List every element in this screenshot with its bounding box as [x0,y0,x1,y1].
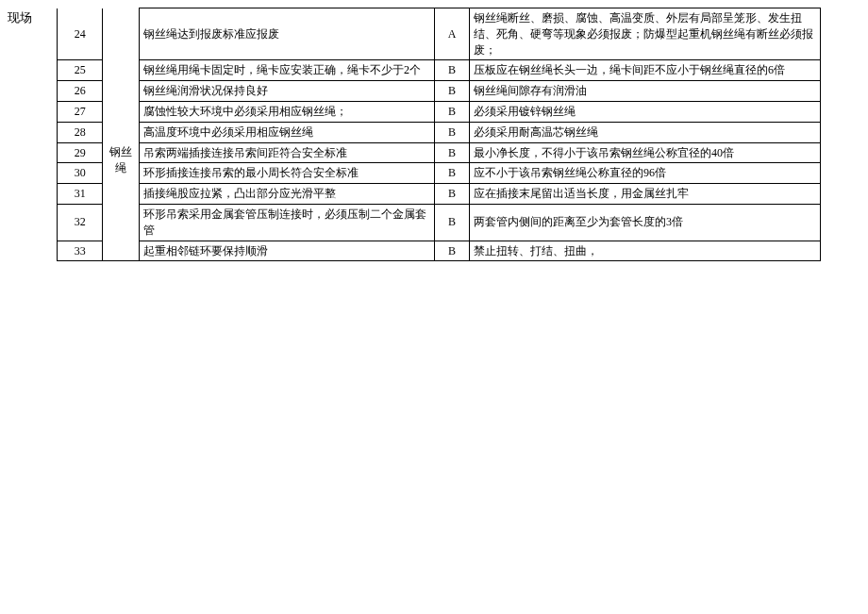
row-desc: 钢丝绳达到报废标准应报废 [140,8,435,60]
row-desc: 腐蚀性较大环境中必须采用相应钢丝绳； [140,101,435,122]
row-number: 28 [58,122,103,142]
row-grade: B [435,163,470,184]
row-note: 禁止扭转、打结、扭曲， [469,241,820,261]
row-desc: 环形插接连接吊索的最小周长符合安全标准 [140,163,435,184]
row-number: 32 [58,204,103,241]
row-number: 29 [58,142,103,163]
row-note: 钢丝绳断丝、磨损、腐蚀、高温变质、外层有局部呈笼形、发生扭结、死角、硬弯等现象必… [469,8,820,60]
row-desc: 钢丝绳用绳卡固定时，绳卡应安装正确，绳卡不少于2个 [140,60,435,81]
row-desc: 环形吊索采用金属套管压制连接时，必须压制二个金属套管 [140,204,435,241]
table-row: 31 插接绳股应拉紧，凸出部分应光滑平整 B 应在插接末尾留出适当长度，用金属丝… [58,184,821,205]
inspection-table: 24 钢丝绳达到报废标准应报废 A 钢丝绳断丝、磨损、腐蚀、高温变质、外层有局部… [57,8,821,261]
row-grade: B [435,101,470,122]
row-number: 24 [58,8,103,60]
table-row: 26 钢丝绳润滑状况保持良好 B 钢丝绳间隙存有润滑油 [58,81,821,102]
row-grade: B [435,184,470,205]
row-grade: A [435,8,470,60]
row-grade: B [435,142,470,163]
table-row: 29 吊索两端插接连接吊索间距符合安全标准 B 最小净长度，不得小于该吊索钢丝绳… [58,142,821,163]
row-grade: B [435,241,470,261]
table-row: 32 环形吊索采用金属套管压制连接时，必须压制二个金属套管 B 两套管内侧间的距… [58,204,821,241]
row-desc: 吊索两端插接连接吊索间距符合安全标准 [140,142,435,163]
row-desc: 钢丝绳润滑状况保持良好 [140,81,435,102]
row-note: 钢丝绳间隙存有润滑油 [469,81,820,102]
row-note: 压板应在钢丝绳长头一边，绳卡间距不应小于钢丝绳直径的6倍 [469,60,820,81]
table-row: 28 高温度环境中必须采用相应钢丝绳 B 必须采用耐高温芯钢丝绳 [58,122,821,142]
row-number: 25 [58,60,103,81]
row-grade: B [435,60,470,81]
table-row: 27 腐蚀性较大环境中必须采用相应钢丝绳； B 必须采用镀锌钢丝绳 [58,101,821,122]
row-note: 必须采用耐高温芯钢丝绳 [469,122,820,142]
row-note: 应在插接末尾留出适当长度，用金属丝扎牢 [469,184,820,205]
category-cell: 钢丝绳 [103,60,140,261]
row-note: 应不小于该吊索钢丝绳公称直径的96倍 [469,163,820,184]
table-row: 25 钢丝绳 钢丝绳用绳卡固定时，绳卡应安装正确，绳卡不少于2个 B 压板应在钢… [58,60,821,81]
row-number: 27 [58,101,103,122]
row-grade: B [435,122,470,142]
row-note: 两套管内侧间的距离至少为套管长度的3倍 [469,204,820,241]
category-cell [103,8,140,60]
side-label: 现场 [8,8,57,26]
row-grade: B [435,204,470,241]
row-note: 最小净长度，不得小于该吊索钢丝绳公称宜径的40倍 [469,142,820,163]
table-row: 33 起重相邻链环要保持顺滑 B 禁止扭转、打结、扭曲， [58,241,821,261]
row-note: 必须采用镀锌钢丝绳 [469,101,820,122]
table-row: 30 环形插接连接吊索的最小周长符合安全标准 B 应不小于该吊索钢丝绳公称直径的… [58,163,821,184]
table-row: 24 钢丝绳达到报废标准应报废 A 钢丝绳断丝、磨损、腐蚀、高温变质、外层有局部… [58,8,821,60]
row-number: 31 [58,184,103,205]
row-grade: B [435,81,470,102]
row-desc: 起重相邻链环要保持顺滑 [140,241,435,261]
row-number: 33 [58,241,103,261]
row-desc: 高温度环境中必须采用相应钢丝绳 [140,122,435,142]
row-number: 26 [58,81,103,102]
row-desc: 插接绳股应拉紧，凸出部分应光滑平整 [140,184,435,205]
row-number: 30 [58,163,103,184]
